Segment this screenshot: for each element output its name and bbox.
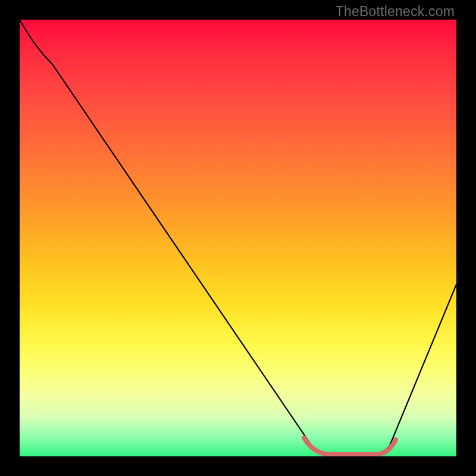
curve-layer — [20, 20, 456, 456]
chart-frame: TheBottleneck.com — [0, 0, 476, 476]
watermark-text: TheBottleneck.com — [336, 4, 455, 20]
optimal-band-path — [304, 438, 396, 455]
plot-area — [20, 20, 456, 456]
bottleneck-curve-path — [20, 20, 456, 455]
